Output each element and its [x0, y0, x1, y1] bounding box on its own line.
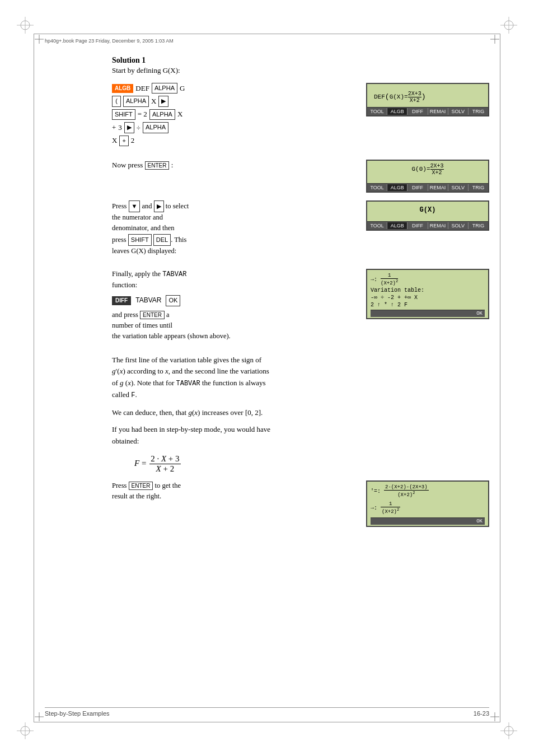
def-label: DEF	[135, 83, 149, 94]
toolbar-diff-1: DIFF	[407, 108, 428, 115]
s5-ok: OK	[438, 518, 485, 525]
screen2: G(0)=2X+3X+2 TOOL ALGB DIFF REMAI SOLV T…	[366, 160, 489, 193]
screen5-line2: →: 1(X+2)2	[371, 501, 485, 515]
toolbar-solv-2: SOLV	[448, 184, 469, 191]
formula-numerator: 2 · X + 3	[149, 454, 180, 464]
right-arrow-key-3[interactable]: ▶	[154, 200, 164, 212]
diff-key[interactable]: DIFF	[112, 296, 131, 305]
select-section: Press ▼ and ▶ to select the numerator an…	[112, 200, 489, 261]
para1: The first line of the variation table gi…	[112, 354, 489, 402]
solution-subtitle: Start by defining G(X):	[112, 66, 489, 75]
s5-t1	[371, 518, 393, 525]
key-row-2: ( ALPHA X ▶	[112, 96, 355, 106]
right-arrow-key-2[interactable]: ▶	[124, 122, 134, 133]
screen1-toolbar: TOOL ALGB DIFF REMAI SOLV TRIG	[367, 107, 488, 115]
screen5-toolbar: OK	[371, 517, 485, 525]
toolbar-algb-3: ALGB	[387, 222, 407, 229]
tabvar-text: Finally, apply the TABVAR function:	[112, 269, 355, 291]
main-content: Solution 1 Start by defining G(X): ALGB …	[112, 56, 489, 700]
corner-cross-tr	[490, 35, 499, 44]
x-label-2: X	[177, 109, 182, 119]
divide-label: ÷	[137, 123, 140, 133]
right-arrow-key-1[interactable]: ▶	[158, 96, 168, 106]
screen1-col: DEF(G(X)=2X+3X+2) TOOL ALGB DIFF REMAI S…	[366, 83, 489, 116]
and-text: and	[142, 202, 154, 210]
corner-cross-br	[490, 712, 499, 721]
t4-t2	[393, 310, 415, 317]
shift-key-2[interactable]: SHIFT	[128, 234, 152, 246]
ok-key[interactable]: OK	[166, 295, 180, 306]
toolbar-tool-3: TOOL	[367, 222, 387, 229]
shift-key-1[interactable]: SHIFT	[112, 109, 135, 120]
footer-left: Step-by-Step Examples	[45, 710, 110, 717]
open-paren-key[interactable]: (	[112, 96, 121, 106]
t4-ok: OK	[438, 310, 485, 317]
screen1: DEF(G(X)=2X+3X+2) TOOL ALGB DIFF REMAI S…	[366, 83, 489, 116]
screen5: ′=: 2·(X+2)-(2X+3)(X+2)2 →: 1(X+2)2 OK	[366, 480, 489, 527]
now-press-text: Now press ENTER :	[112, 160, 355, 171]
screen3: G(X) TOOL ALGB DIFF REMAI SOLV TRIG	[366, 200, 489, 231]
toolbar-trig-2: TRIG	[469, 184, 488, 191]
alpha-key-3[interactable]: ALPHA	[149, 109, 175, 120]
alpha-key-1[interactable]: ALPHA	[152, 83, 177, 94]
formula-fraction: 2 · X + 3 X + 2	[149, 454, 180, 474]
result-section: Press ENTER to get the result at the rig…	[112, 480, 489, 527]
tabvar-label: TABVAR	[162, 270, 186, 278]
screen2-content: G(0)=2X+3X+2	[367, 161, 488, 183]
tabvar-cmd: TABVAR	[135, 296, 161, 305]
key-row-5: X + 2	[112, 136, 355, 146]
header-text: hp40g+.book Page 23 Friday, December 9, …	[45, 38, 174, 44]
toolbar-diff-2: DIFF	[407, 184, 428, 191]
toolbar-algb-1: ALGB	[387, 108, 407, 115]
select-col: Press ▼ and ▶ to select the numerator an…	[112, 200, 355, 261]
enter-key-1[interactable]: ENTER	[145, 161, 170, 170]
alpha-key-4[interactable]: ALPHA	[143, 122, 168, 133]
key-row-4: + 3 ▶ ÷ ALPHA	[112, 122, 355, 133]
toolbar-remai-2: REMAI	[428, 184, 448, 191]
screen4: →: 1(X+2)2 Variation table: -∞ ÷ -2 + +∞…	[366, 269, 489, 319]
plus-3-label: +	[112, 123, 116, 133]
key-sequence-col: ALGB DEF ALPHA G ( ALPHA X ▶ SHIFT = 2 A…	[112, 83, 355, 152]
formula-block: F = 2 · X + 3 X + 2	[134, 454, 489, 474]
now-press-section: Now press ENTER : G(0)=2X+3X+2 TOOL ALGB…	[112, 160, 489, 193]
toolbar-tool-1: TOOL	[367, 108, 387, 115]
result-text: Press ENTER to get the result at the rig…	[112, 480, 355, 502]
tabvar-section: Finally, apply the TABVAR function: DIFF…	[112, 269, 489, 346]
key-sequence: ALGB DEF ALPHA G ( ALPHA X ▶ SHIFT = 2 A…	[112, 83, 355, 146]
t4-t3	[415, 310, 438, 317]
toolbar-trig-3: TRIG	[469, 222, 488, 229]
plus-key[interactable]: +	[119, 136, 128, 146]
and-press-text: and press ENTER a number of times until …	[112, 310, 355, 342]
screen3-col: G(X) TOOL ALGB DIFF REMAI SOLV TRIG	[366, 200, 489, 231]
x-label-3: X	[112, 136, 117, 146]
screen3-toolbar: TOOL ALGB DIFF REMAI SOLV TRIG	[367, 221, 488, 230]
down-arrow-key[interactable]: ▼	[129, 200, 140, 212]
screen4-line4: 2 ↑ * ↑ 2 F	[371, 301, 485, 309]
toolbar-tool-2: TOOL	[367, 184, 387, 191]
alpha-key-2[interactable]: ALPHA	[123, 96, 149, 106]
footer: Step-by-Step Examples 16-23	[45, 707, 489, 717]
screen4-line1: →: 1(X+2)2	[371, 272, 485, 287]
enter-key-2[interactable]: ENTER	[140, 311, 165, 319]
screen4-line2: Variation table:	[371, 287, 485, 294]
toolbar-solv-3: SOLV	[448, 222, 469, 229]
screen3-gx: G(X)	[371, 206, 485, 214]
toolbar-remai-3: REMAI	[428, 222, 448, 229]
screen4-col: →: 1(X+2)2 Variation table: -∞ ÷ -2 + +∞…	[366, 269, 489, 319]
s5-t3	[415, 518, 438, 525]
reg-mark-tl	[17, 17, 34, 34]
key-row-3: SHIFT = 2 ALPHA X	[112, 109, 355, 120]
screen5-col: ′=: 2·(X+2)-(2X+3)(X+2)2 →: 1(X+2)2 OK	[366, 480, 489, 527]
del-key[interactable]: DEL	[153, 234, 171, 246]
solution-title: Solution 1	[112, 56, 489, 65]
key-sequence-section: ALGB DEF ALPHA G ( ALPHA X ▶ SHIFT = 2 A…	[112, 83, 489, 152]
reg-mark-bl	[17, 722, 34, 739]
enter-key-3[interactable]: ENTER	[129, 482, 153, 490]
algb-key[interactable]: ALGB	[112, 84, 133, 93]
tabvar-col: Finally, apply the TABVAR function: DIFF…	[112, 269, 355, 346]
x-label-1: X	[151, 96, 156, 106]
three-label: 3	[118, 123, 122, 133]
toolbar-diff-3: DIFF	[407, 222, 428, 229]
screen4-line3: -∞ ÷ -2 + +∞ X	[371, 294, 485, 301]
toolbar-solv-1: SOLV	[448, 108, 469, 115]
